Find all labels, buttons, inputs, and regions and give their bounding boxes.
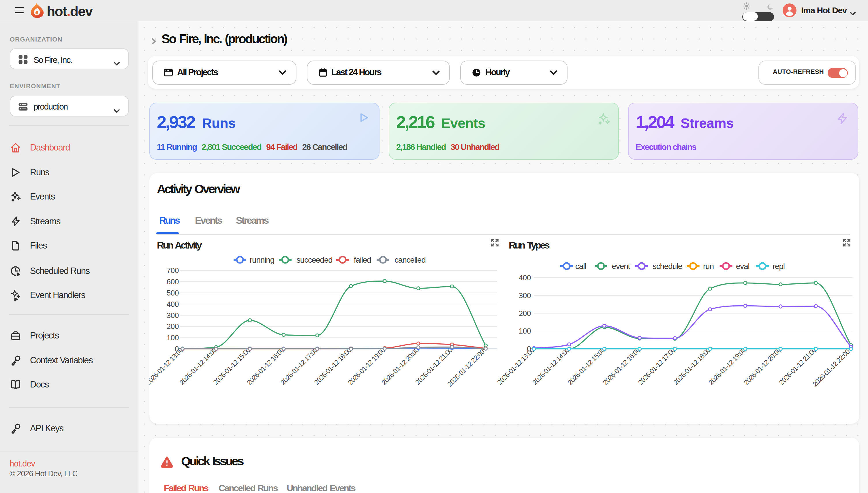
svg-text:2026-01-12 19:00: 2026-01-12 19:00	[707, 346, 747, 386]
svg-text:100: 100	[519, 326, 531, 335]
svg-text:300: 300	[519, 291, 531, 300]
svg-text:100: 100	[167, 333, 179, 342]
svg-text:schedule: schedule	[653, 261, 682, 271]
svg-text:200: 200	[167, 322, 179, 330]
svg-text:eval: eval	[736, 261, 749, 271]
svg-text:200: 200	[519, 309, 531, 317]
svg-text:2026-01-12 20:00: 2026-01-12 20:00	[743, 346, 783, 386]
svg-text:2026-01-12 22:00*: 2026-01-12 22:00*	[811, 346, 853, 388]
svg-text:2026-01-12 15:00: 2026-01-12 15:00	[566, 346, 607, 386]
svg-text:2026-01-12 18:00: 2026-01-12 18:00	[672, 346, 712, 386]
svg-text:300: 300	[167, 311, 179, 319]
svg-text:failed: failed	[354, 255, 371, 264]
svg-text:400: 400	[519, 273, 531, 282]
svg-text:600: 600	[167, 277, 179, 286]
svg-text:2026-01-12 17:00: 2026-01-12 17:00	[637, 346, 677, 386]
svg-text:running: running	[250, 255, 274, 264]
svg-text:cancelled: cancelled	[395, 255, 426, 264]
svg-text:event: event	[612, 261, 630, 271]
svg-text:400: 400	[167, 300, 179, 308]
svg-text:succeeded: succeeded	[296, 255, 333, 264]
svg-text:repl: repl	[772, 261, 785, 271]
svg-text:500: 500	[167, 288, 179, 297]
svg-text:2026-01-12 14:00: 2026-01-12 14:00	[531, 346, 571, 386]
svg-text:run: run	[703, 261, 714, 271]
svg-text:2026-01-12 21:00: 2026-01-12 21:00	[778, 346, 818, 386]
svg-text:2026-01-12 16:00: 2026-01-12 16:00	[601, 346, 642, 386]
svg-text:call: call	[575, 261, 586, 271]
svg-text:700: 700	[167, 266, 179, 275]
svg-text:2026-01-12 13:00: 2026-01-12 13:00	[496, 346, 536, 386]
